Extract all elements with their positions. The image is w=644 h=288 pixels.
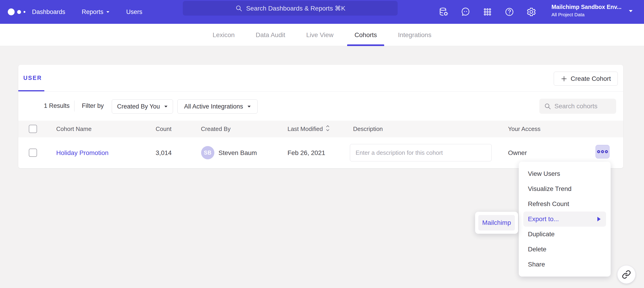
nav-item-dashboards-label: Dashboards — [32, 9, 65, 16]
vertical-divider — [74, 100, 74, 111]
help-icon[interactable] — [504, 7, 515, 17]
more-dot — [605, 150, 608, 153]
tab-data-audit[interactable]: Data Audit — [245, 24, 296, 46]
cohort-count: 3,014 — [156, 137, 172, 168]
search-icon — [544, 103, 551, 110]
menu-item-view-users[interactable]: View Users — [519, 166, 611, 181]
menu-item-share[interactable]: Share — [519, 257, 611, 272]
more-dot — [601, 150, 604, 153]
cohort-actions-menu: View Users Visualize Trend Refresh Count… — [519, 162, 611, 276]
logo-dot-large — [8, 9, 15, 15]
tab-user-cohorts[interactable]: USER — [23, 75, 42, 81]
feedback-icon[interactable] — [460, 7, 471, 17]
nav-icon-group — [438, 0, 536, 24]
filter-by-label: Filter by — [82, 102, 104, 109]
primary-nav: Dashboards Reports Users — [32, 0, 142, 24]
nav-item-dashboards[interactable]: Dashboards — [32, 9, 65, 16]
logo-dot-small — [24, 11, 25, 13]
tab-data-audit-label: Data Audit — [256, 31, 285, 39]
chevron-down-icon — [164, 105, 168, 107]
logo-dot-medium — [17, 10, 21, 14]
creator-name: Steven Baum — [218, 137, 257, 168]
nav-item-reports-label: Reports — [82, 9, 104, 16]
created-by-filter-dropdown[interactable]: Created By You — [112, 99, 173, 113]
data-settings-icon[interactable] — [438, 7, 449, 17]
select-all-checkbox[interactable] — [29, 125, 37, 133]
menu-item-duplicate[interactable]: Duplicate — [519, 227, 611, 242]
submenu-item-mailchimp[interactable]: Mailchimp — [478, 215, 515, 231]
copy-link-fab[interactable] — [617, 265, 636, 284]
active-tab-underline — [347, 44, 384, 46]
column-header-description: Description — [353, 121, 383, 137]
export-to-label: Export to... — [528, 215, 559, 223]
column-header-your-access: Your Access — [508, 121, 540, 137]
created-by-filter-value: Created By You — [117, 103, 160, 110]
nav-item-users-label: Users — [126, 9, 142, 16]
menu-item-delete[interactable]: Delete — [519, 242, 611, 257]
create-cohort-button[interactable]: Create Cohort — [554, 72, 618, 86]
global-search-input[interactable]: Search Dashboards & Reports ⌘K — [183, 1, 398, 16]
creator-avatar: SB — [201, 146, 214, 159]
plus-icon — [560, 75, 568, 82]
row-checkbox[interactable] — [29, 149, 37, 157]
chevron-down-icon — [106, 11, 110, 13]
tab-live-view-label: Live View — [306, 31, 334, 39]
cohort-name-link[interactable]: Holiday Promotion — [56, 137, 108, 168]
table-header: Cohort Name Count Created By Last Modifi… — [18, 121, 623, 137]
create-cohort-label: Create Cohort — [571, 75, 611, 82]
tab-integrations-label: Integrations — [398, 31, 431, 39]
nav-item-users[interactable]: Users — [126, 9, 142, 16]
integrations-filter-value: All Active Integrations — [184, 103, 243, 110]
search-icon — [235, 5, 242, 12]
section-tabbar: Lexicon Data Audit Live View Cohorts Int… — [0, 24, 644, 46]
results-count: 1 Results — [44, 102, 70, 109]
apps-grid-icon[interactable] — [482, 7, 493, 17]
menu-item-visualize-trend[interactable]: Visualize Trend — [519, 181, 611, 196]
cohorts-card: USER Create Cohort 1 Results Filter by C… — [18, 65, 623, 168]
settings-gear-icon[interactable] — [526, 7, 536, 17]
last-modified-date: Feb 26, 2021 — [288, 137, 325, 168]
sort-icon — [325, 125, 330, 133]
tab-integrations[interactable]: Integrations — [387, 24, 442, 46]
menu-item-export-to[interactable]: Export to... — [523, 212, 606, 227]
column-header-created-by: Created By — [201, 121, 230, 137]
chevron-down-icon — [248, 105, 251, 107]
top-nav: Dashboards Reports Users Search Dashboar… — [0, 0, 644, 24]
cohort-search-input[interactable] — [554, 103, 612, 110]
column-header-cohort-name: Cohort Name — [56, 121, 92, 137]
nav-item-reports[interactable]: Reports — [82, 9, 110, 16]
description-input[interactable] — [350, 144, 492, 161]
project-chevron-down-icon[interactable] — [629, 10, 632, 12]
cohort-search-box — [539, 99, 616, 114]
last-modified-label: Last Modified — [288, 125, 323, 132]
project-name: Mailchimp Sandbox Env... — [552, 4, 624, 10]
export-submenu: Mailchimp — [475, 212, 518, 234]
menu-item-refresh-count[interactable]: Refresh Count — [519, 196, 611, 212]
project-switcher[interactable]: Mailchimp Sandbox Env... All Project Dat… — [552, 4, 624, 17]
mixpanel-logo[interactable] — [8, 0, 25, 24]
card-head-divider — [18, 91, 623, 92]
tab-cohorts[interactable]: Cohorts — [344, 24, 387, 46]
row-more-actions-button[interactable] — [596, 145, 610, 159]
submenu-arrow-icon — [598, 217, 600, 221]
project-scope: All Project Data — [552, 12, 624, 17]
link-icon — [622, 270, 631, 279]
column-header-count: Count — [156, 121, 172, 137]
tab-lexicon[interactable]: Lexicon — [202, 24, 245, 46]
more-dot — [597, 150, 600, 153]
tab-lexicon-label: Lexicon — [212, 31, 235, 39]
tab-live-view[interactable]: Live View — [296, 24, 344, 46]
integrations-filter-dropdown[interactable]: All Active Integrations — [177, 99, 258, 113]
tab-cohorts-label: Cohorts — [354, 31, 377, 39]
global-search-placeholder: Search Dashboards & Reports ⌘K — [246, 5, 345, 12]
column-header-last-modified[interactable]: Last Modified — [288, 121, 330, 137]
